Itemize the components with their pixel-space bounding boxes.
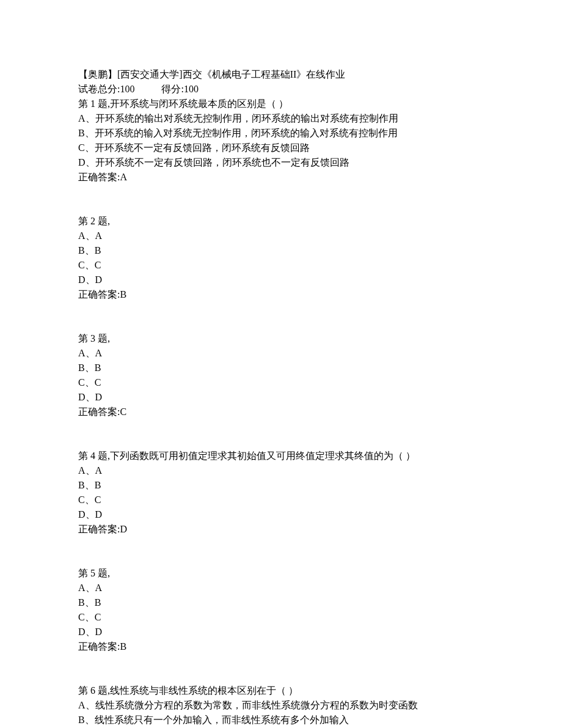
question-stem: 第 4 题,下列函数既可用初值定理求其初始值又可用终值定理求其终值的为（ ） (78, 449, 489, 463)
question-stem: 第 1 题,开环系统与闭环系统最本质的区别是（ ） (78, 97, 489, 111)
obtained-score: 得分:100 (161, 84, 198, 94)
question-3: 第 3 题, A、A B、B C、C D、D 正确答案:C (78, 331, 489, 419)
question-stem: 第 2 题, (78, 214, 489, 229)
question-stem: 第 6 题,线性系统与非线性系统的根本区别在于（ ） (78, 683, 489, 698)
question-option: D、D (78, 625, 489, 639)
question-option: C、C (78, 258, 489, 273)
score-line: 试卷总分:100 得分:100 (78, 82, 489, 97)
question-option: D、D (78, 273, 489, 287)
question-option: C、C (78, 610, 489, 625)
question-option: B、B (78, 478, 489, 493)
question-option: D、D (78, 390, 489, 405)
question-option: B、B (78, 243, 489, 258)
question-option: A、A (78, 581, 489, 595)
question-5: 第 5 题, A、A B、B C、C D、D 正确答案:B (78, 566, 489, 654)
question-4: 第 4 题,下列函数既可用初值定理求其初始值又可用终值定理求其终值的为（ ） A… (78, 449, 489, 537)
question-option: B、线性系统只有一个外加输入，而非线性系统有多个外加输入 (78, 713, 489, 727)
question-answer: 正确答案:B (78, 639, 489, 654)
question-option: D、D (78, 507, 489, 522)
question-option: C、开环系统不一定有反馈回路，闭环系统有反馈回路 (78, 141, 489, 155)
question-option: A、开环系统的输出对系统无控制作用，闭环系统的输出对系统有控制作用 (78, 111, 489, 126)
question-1: 第 1 题,开环系统与闭环系统最本质的区别是（ ） A、开环系统的输出对系统无控… (78, 97, 489, 185)
question-option: A、线性系统微分方程的系数为常数，而非线性系统微分方程的系数为时变函数 (78, 698, 489, 713)
question-option: B、B (78, 361, 489, 375)
total-score: 试卷总分:100 (78, 84, 134, 94)
question-2: 第 2 题, A、A B、B C、C D、D 正确答案:B (78, 214, 489, 302)
question-option: C、C (78, 493, 489, 507)
question-answer: 正确答案:D (78, 522, 489, 537)
question-answer: 正确答案:A (78, 170, 489, 185)
question-option: B、B (78, 595, 489, 610)
document-title: 【奥鹏】[西安交通大学]西交《机械电子工程基础II》在线作业 (78, 67, 489, 82)
question-option: D、开环系统不一定有反馈回路，闭环系统也不一定有反馈回路 (78, 155, 489, 170)
question-6: 第 6 题,线性系统与非线性系统的根本区别在于（ ） A、线性系统微分方程的系数… (78, 683, 489, 728)
question-option: A、A (78, 346, 489, 361)
question-option: C、C (78, 375, 489, 390)
question-answer: 正确答案:C (78, 405, 489, 419)
question-option: A、A (78, 463, 489, 478)
question-option: A、A (78, 229, 489, 243)
question-stem: 第 3 题, (78, 331, 489, 346)
question-answer: 正确答案:B (78, 287, 489, 302)
question-stem: 第 5 题, (78, 566, 489, 581)
question-option: B、开环系统的输入对系统无控制作用，闭环系统的输入对系统有控制作用 (78, 126, 489, 141)
